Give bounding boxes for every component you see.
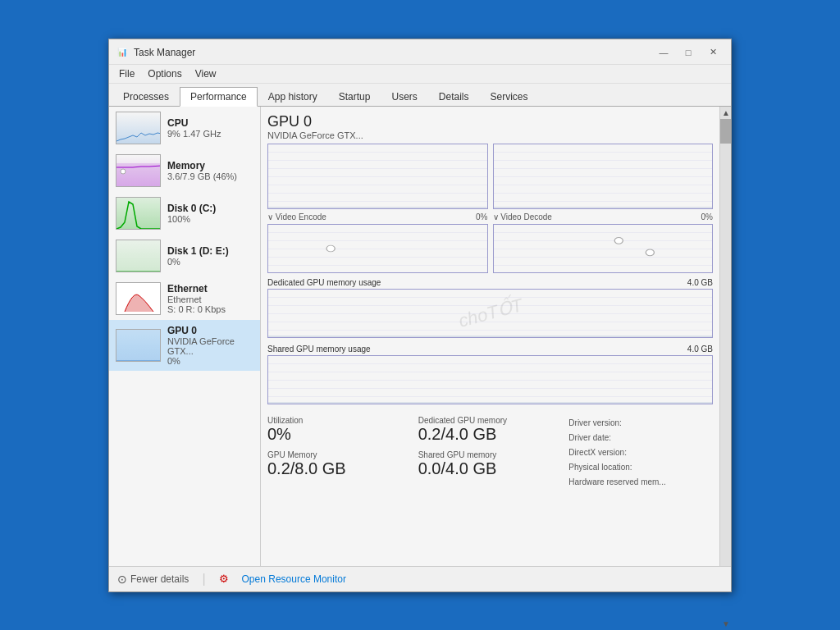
tab-startup[interactable]: Startup: [328, 87, 381, 106]
cpu-info: CPU 9% 1.47 GHz: [167, 117, 253, 139]
utilization-chart-left: [267, 144, 488, 209]
video-encode-decode-labels: ∨ Video Encode 0% ∨ Video Decode 0%: [267, 212, 713, 222]
close-button[interactable]: ✕: [701, 44, 724, 61]
gpu0-label: GPU 0: [167, 325, 253, 336]
svg-point-10: [646, 249, 654, 255]
svg-point-9: [614, 237, 623, 244]
utilization-graph-left: [267, 144, 488, 209]
left-panel: CPU 9% 1.47 GHz Memory 3.6/7.9 GB (46%): [109, 107, 261, 566]
menu-file[interactable]: File: [112, 66, 141, 81]
titlebar-controls: — □ ✕: [652, 44, 724, 61]
memory-thumbnail: [116, 154, 161, 187]
right-panel: GPU 0 NVIDIA GeForce GTX...: [261, 107, 719, 566]
svg-rect-3: [116, 240, 161, 272]
utilization-chart-right: [493, 144, 714, 209]
gpu0-thumbnail: [116, 329, 161, 362]
memory-stats: 3.6/7.9 GB (46%): [167, 171, 253, 181]
decode-graph: [493, 224, 714, 273]
physical-loc-label: Physical location:: [568, 460, 713, 475]
utilization-graph-row: [267, 144, 713, 209]
tab-processes[interactable]: Processes: [112, 87, 180, 106]
decode-chart: [493, 224, 714, 273]
shared-gpu-max: 4.0 GB: [687, 345, 713, 354]
ethernet-thumbnail: [116, 282, 161, 315]
sidebar-item-disk0[interactable]: Disk 0 (C:) 100%: [109, 192, 260, 235]
svg-point-8: [326, 245, 335, 252]
utilization-stat: Utilization 0% GPU Memory 0.2/8.0 GB: [267, 416, 412, 490]
task-manager-window: 📊 Task Manager — □ ✕ File Options View P…: [108, 39, 732, 592]
ethernet-line1: Ethernet: [167, 294, 253, 304]
bottom-bar: ⊙ Fewer details | ⚙ Open Resource Monito…: [109, 566, 731, 591]
sidebar-item-gpu0[interactable]: GPU 0 NVIDIA GeForce GTX... 0%: [109, 320, 260, 371]
disk1-thumbnail: [116, 240, 161, 272]
open-resource-monitor-link[interactable]: Open Resource Monitor: [242, 573, 346, 585]
ethernet-info: Ethernet Ethernet S: 0 R: 0 Kbps: [167, 283, 253, 314]
cpu-label: CPU: [167, 117, 253, 129]
encode-chart: [267, 224, 488, 273]
menu-view[interactable]: View: [189, 66, 223, 81]
shared-mem-label: Shared GPU memory: [418, 450, 563, 459]
minimize-button[interactable]: —: [652, 44, 675, 61]
dedicated-gpu-label-row: Dedicated GPU memory usage 4.0 GB: [267, 278, 713, 287]
fewer-details-icon: ⊙: [117, 573, 127, 586]
disk0-stats: 100%: [167, 214, 253, 224]
cpu-thumbnail: [116, 112, 161, 144]
video-decode-label: ∨ Video Decode 0%: [493, 212, 714, 221]
disk1-label: Disk 1 (D: E:): [167, 245, 253, 257]
scrollbar[interactable]: ▲ ▼: [719, 107, 731, 566]
utilization-graph-right: [493, 144, 714, 209]
fewer-details-button[interactable]: ⊙ Fewer details: [117, 573, 189, 586]
scrollbar-thumb[interactable]: [720, 119, 731, 144]
hardware-mem-label: Hardware reserved mem...: [568, 475, 713, 490]
tab-app-history[interactable]: App history: [258, 87, 328, 106]
disk0-info: Disk 0 (C:) 100%: [167, 203, 253, 224]
encode-graph: [267, 224, 488, 273]
ethernet-stats: S: 0 R: 0 Kbps: [167, 304, 253, 314]
memory-info: Memory 3.6/7.9 GB (46%): [167, 160, 253, 181]
driver-info-block: Driver version: Driver date: DirectX ver…: [568, 416, 713, 490]
utilization-value: 0%: [267, 425, 412, 444]
gpu-subtitle: NVIDIA GeForce GTX...: [267, 130, 363, 140]
cpu-stats: 9% 1.47 GHz: [167, 129, 253, 139]
shared-gpu-label-row: Shared GPU memory usage 4.0 GB: [267, 345, 713, 354]
dedicated-gpu-label: Dedicated GPU memory usage: [267, 278, 381, 287]
sidebar-item-cpu[interactable]: CPU 9% 1.47 GHz: [109, 107, 260, 149]
menubar: File Options View: [109, 65, 731, 84]
dedicated-mem-stat: Dedicated GPU memory 0.2/4.0 GB Shared G…: [418, 416, 563, 490]
sidebar-item-ethernet[interactable]: Ethernet Ethernet S: 0 R: 0 Kbps: [109, 277, 260, 320]
tab-services[interactable]: Services: [480, 87, 539, 106]
sidebar-item-disk1[interactable]: Disk 1 (D: E:) 0%: [109, 235, 260, 277]
dedicated-mem-label: Dedicated GPU memory: [418, 416, 563, 425]
gpu0-stats: 0%: [167, 356, 253, 366]
shared-gpu-label: Shared GPU memory usage: [267, 345, 371, 354]
memory-label: Memory: [167, 160, 253, 171]
tab-performance[interactable]: Performance: [180, 87, 258, 107]
resource-monitor-icon: ⚙: [219, 573, 229, 585]
video-decode-label-block: ∨ Video Decode 0%: [493, 212, 714, 222]
driver-version-label: Driver version:: [568, 416, 713, 431]
encode-decode-graph-row: [267, 224, 713, 273]
menu-options[interactable]: Options: [141, 66, 188, 81]
utilization-label: Utilization: [267, 416, 412, 425]
sidebar-item-memory[interactable]: Memory 3.6/7.9 GB (46%): [109, 149, 260, 192]
video-encode-label: ∨ Video Encode 0%: [267, 212, 488, 221]
main-content: CPU 9% 1.47 GHz Memory 3.6/7.9 GB (46%): [109, 107, 731, 566]
fewer-details-label: Fewer details: [130, 573, 189, 585]
disk1-info: Disk 1 (D: E:) 0%: [167, 245, 253, 267]
svg-rect-5: [116, 330, 161, 362]
titlebar-left: 📊 Task Manager: [116, 46, 195, 59]
titlebar: 📊 Task Manager — □ ✕: [109, 39, 731, 65]
tab-users[interactable]: Users: [381, 87, 427, 106]
gpu-title: GPU 0: [267, 113, 363, 130]
ethernet-label: Ethernet: [167, 283, 253, 294]
dedicated-mem-value: 0.2/4.0 GB: [418, 425, 563, 444]
app-icon: 📊: [116, 46, 129, 59]
dedicated-gpu-max: 4.0 GB: [687, 278, 713, 287]
disk1-stats: 0%: [167, 257, 253, 267]
dedicated-gpu-chart: choTỐT: [267, 289, 713, 338]
svg-point-1: [121, 169, 126, 174]
gpu0-info: GPU 0 NVIDIA GeForce GTX... 0%: [167, 325, 253, 366]
tab-details[interactable]: Details: [428, 87, 480, 106]
maximize-button[interactable]: □: [677, 44, 700, 61]
tabs: Processes Performance App history Startu…: [109, 84, 731, 107]
